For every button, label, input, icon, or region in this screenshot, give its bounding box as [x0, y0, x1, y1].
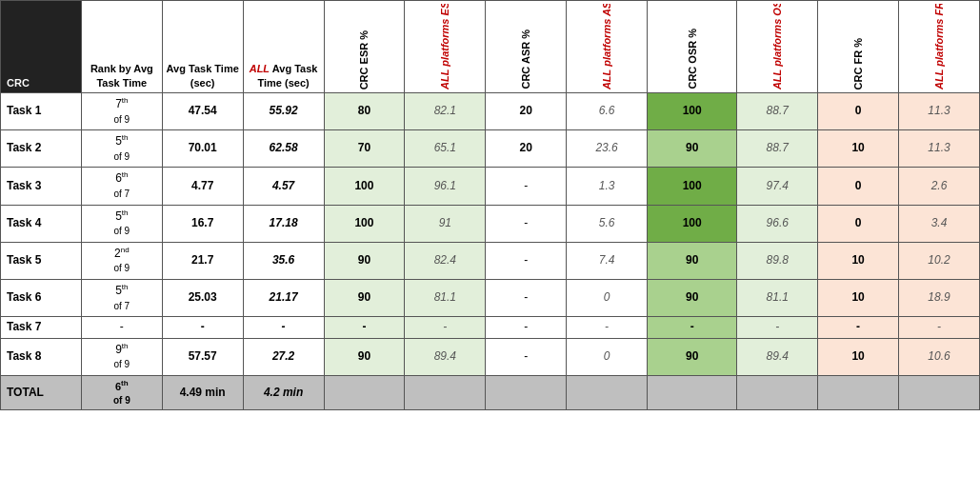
cell-all-osr: 96.6 [737, 205, 818, 242]
cell-asr: - [486, 279, 567, 316]
cell-all-fr: 11.3 [899, 130, 980, 168]
cell-all-asr: 6.6 [567, 93, 648, 130]
cell-esr: 100 [324, 168, 405, 205]
cell-all-esr: 82.1 [405, 93, 486, 130]
data-table: CRC Rank by Avg Task Time Avg Task Time … [0, 0, 980, 410]
total-all-esr [405, 375, 486, 409]
cell-all-avg: 27.2 [243, 338, 324, 375]
table-row: Task 7 - - - - - - - - - - - [1, 317, 980, 339]
cell-task-label: Task 8 [1, 338, 82, 375]
header-avg: Avg Task Time (sec) [162, 1, 243, 93]
total-all-fr [899, 375, 980, 409]
cell-rank: 5thof 7 [81, 279, 162, 316]
cell-all-osr: 88.7 [737, 93, 818, 130]
cell-rank: 5thof 9 [81, 205, 162, 242]
header-asr: CRC ASR % [486, 1, 567, 93]
cell-rank: 5thof 9 [81, 130, 162, 168]
cell-all-asr: 0 [567, 338, 648, 375]
cell-esr: 90 [324, 279, 405, 316]
cell-all-avg: 17.18 [243, 205, 324, 242]
cell-avg: 70.01 [162, 130, 243, 168]
cell-all-avg: 21.17 [243, 279, 324, 316]
main-table-wrapper: CRC Rank by Avg Task Time Avg Task Time … [0, 0, 980, 410]
cell-all-avg: 4.57 [243, 168, 324, 205]
header-all-avg: ALL Avg Task Time (sec) [243, 1, 324, 93]
cell-all-esr: 82.4 [405, 242, 486, 279]
cell-all-osr: 88.7 [737, 130, 818, 168]
cell-task-label: Task 5 [1, 242, 82, 279]
cell-all-avg: 62.58 [243, 130, 324, 168]
cell-asr: 20 [486, 93, 567, 130]
cell-osr: 90 [648, 279, 737, 316]
cell-all-esr: 96.1 [405, 168, 486, 205]
cell-fr: 10 [818, 242, 899, 279]
total-esr [324, 375, 405, 409]
cell-avg: 21.7 [162, 242, 243, 279]
cell-avg: 16.7 [162, 205, 243, 242]
cell-osr: 100 [648, 93, 737, 130]
header-rank: Rank by Avg Task Time [81, 1, 162, 93]
header-esr: CRC ESR % [324, 1, 405, 93]
cell-all-asr: 5.6 [567, 205, 648, 242]
table-row: Task 1 7thof 9 47.54 55.92 80 82.1 20 6.… [1, 93, 980, 130]
header-osr: CRC OSR % [648, 1, 737, 93]
cell-all-asr: 1.3 [567, 168, 648, 205]
cell-esr: 90 [324, 338, 405, 375]
cell-all-esr: 89.4 [405, 338, 486, 375]
total-all-avg: 4.2 min [243, 375, 324, 409]
cell-all-osr: - [737, 317, 818, 339]
cell-all-fr: 11.3 [899, 93, 980, 130]
cell-fr: 0 [818, 93, 899, 130]
cell-osr: 100 [648, 205, 737, 242]
cell-all-fr: - [899, 317, 980, 339]
cell-esr: 70 [324, 130, 405, 168]
cell-all-asr: 23.6 [567, 130, 648, 168]
header-all-esr: ALL platforms ESR % [405, 1, 486, 93]
cell-fr: 0 [818, 168, 899, 205]
cell-asr: - [486, 242, 567, 279]
cell-task-label: Task 6 [1, 279, 82, 316]
cell-fr: 10 [818, 130, 899, 168]
cell-task-label: Task 4 [1, 205, 82, 242]
cell-all-esr: - [405, 317, 486, 339]
cell-esr: - [324, 317, 405, 339]
cell-avg: 4.77 [162, 168, 243, 205]
cell-all-esr: 91 [405, 205, 486, 242]
table-row: Task 5 2ndof 9 21.7 35.6 90 82.4 - 7.4 9… [1, 242, 980, 279]
total-all-osr [737, 375, 818, 409]
cell-all-fr: 2.6 [899, 168, 980, 205]
cell-all-fr: 10.6 [899, 338, 980, 375]
cell-all-osr: 97.4 [737, 168, 818, 205]
cell-fr: 10 [818, 279, 899, 316]
cell-avg: 47.54 [162, 93, 243, 130]
total-osr [648, 375, 737, 409]
cell-rank: 6thof 7 [81, 168, 162, 205]
table-row: Task 3 6thof 7 4.77 4.57 100 96.1 - 1.3 … [1, 168, 980, 205]
header-all-asr: ALL platforms ASR % [567, 1, 648, 93]
cell-task-label: Task 2 [1, 130, 82, 168]
total-label: TOTAL [1, 375, 82, 409]
cell-all-osr: 89.8 [737, 242, 818, 279]
header-crc: CRC [1, 1, 82, 93]
cell-task-label: Task 3 [1, 168, 82, 205]
cell-all-avg: 55.92 [243, 93, 324, 130]
cell-all-asr: 7.4 [567, 242, 648, 279]
cell-osr: 90 [648, 130, 737, 168]
cell-all-osr: 81.1 [737, 279, 818, 316]
table-row: Task 8 9thof 9 57.57 27.2 90 89.4 - 0 90… [1, 338, 980, 375]
cell-task-label: Task 1 [1, 93, 82, 130]
cell-all-fr: 18.9 [899, 279, 980, 316]
cell-fr: - [818, 317, 899, 339]
header-row: CRC Rank by Avg Task Time Avg Task Time … [1, 1, 980, 93]
cell-asr: - [486, 205, 567, 242]
cell-esr: 90 [324, 242, 405, 279]
cell-rank: 9thof 9 [81, 338, 162, 375]
cell-osr: 90 [648, 338, 737, 375]
cell-osr: 100 [648, 168, 737, 205]
cell-all-fr: 3.4 [899, 205, 980, 242]
cell-task-label: Task 7 [1, 317, 82, 339]
cell-all-osr: 89.4 [737, 338, 818, 375]
total-rank: 6thof 9 [81, 375, 162, 409]
cell-all-avg: - [243, 317, 324, 339]
cell-all-asr: 0 [567, 279, 648, 316]
